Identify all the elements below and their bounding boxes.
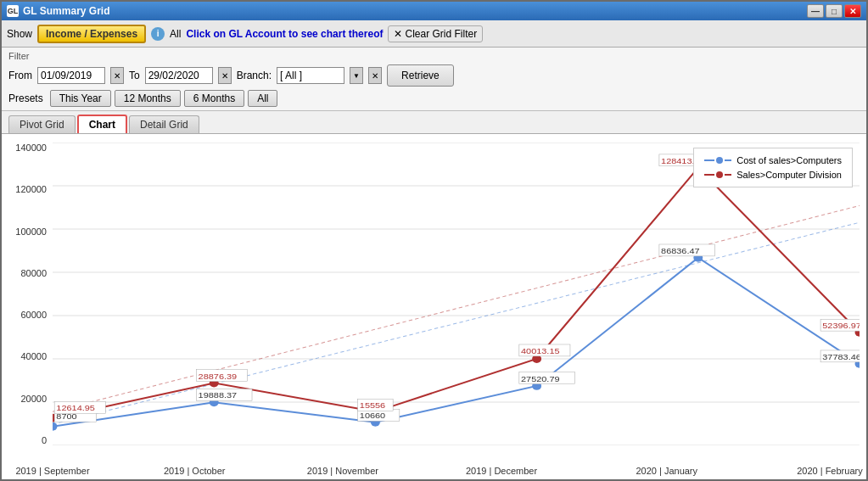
chart-area: 140000 120000 100000 80000 60000 40000 2… [2, 134, 866, 479]
x-label-sep: 2019 | September [10, 466, 95, 476]
info-icon[interactable]: i [151, 27, 165, 41]
show-label: Show [7, 28, 32, 40]
y-label-7: 140000 [3, 143, 50, 153]
branch-dropdown-arrow[interactable]: ▼ [350, 67, 363, 84]
y-axis: 140000 120000 100000 80000 60000 40000 2… [3, 143, 50, 445]
window-title: GL Summary Grid [23, 5, 807, 17]
6-months-button[interactable]: 6 Months [184, 90, 244, 107]
legend-sales-label: Sales>Computer Division [736, 170, 842, 180]
retrieve-button[interactable]: Retrieve [387, 64, 454, 87]
x-axis: 2019 | September 2019 | October 2019 | N… [53, 466, 860, 476]
from-date-clear-button[interactable]: ✕ [110, 67, 124, 84]
title-bar-controls: — □ ✕ [807, 4, 861, 18]
svg-line-9 [53, 205, 860, 411]
x-label-feb: 2020 | February [792, 466, 866, 476]
all-button[interactable]: All [248, 90, 277, 107]
filter-title: Filter [8, 51, 860, 61]
tabs-row: Pivot Grid Chart Detail Grid [2, 111, 866, 134]
click-instruction: Click on GL Account to see chart thereof [186, 28, 383, 40]
title-bar: GL GL Summary Grid — □ ✕ [2, 2, 866, 20]
12-months-button[interactable]: 12 Months [115, 90, 181, 107]
y-label-1: 20000 [3, 394, 50, 404]
x-label-nov: 2019 | November [302, 466, 383, 476]
tab-pivot-grid[interactable]: Pivot Grid [8, 115, 76, 133]
cost-label-oct: 19888.37 [199, 391, 238, 400]
y-label-5: 100000 [3, 227, 50, 237]
to-date-input[interactable]: 29/02/2020 [145, 67, 213, 84]
presets-label: Presets [8, 92, 43, 104]
clear-filter-icon: ✕ [394, 28, 402, 40]
this-year-button[interactable]: This Year [50, 90, 111, 107]
cost-of-sales-line [53, 258, 860, 427]
svg-line-8 [53, 222, 860, 424]
clear-filter-label: Clear Grid Filter [405, 28, 477, 40]
legend-cost-label: Cost of sales>Computers [736, 155, 842, 165]
x-label-oct: 2019 | October [156, 466, 232, 476]
window-icon: GL [7, 5, 19, 17]
filter-row: From 01/09/2019 ✕ To 29/02/2020 ✕ Branch… [8, 64, 860, 87]
legend-item-cost: Cost of sales>Computers [704, 155, 842, 165]
y-label-6: 120000 [3, 184, 50, 194]
chart-svg: 8700 19888.37 10660 27520.79 86836.47 37… [53, 143, 860, 445]
income-expenses-button[interactable]: Income / Expenses [37, 25, 146, 43]
minimize-button[interactable]: — [807, 4, 824, 18]
branch-clear-button[interactable]: ✕ [368, 67, 382, 84]
close-button[interactable]: ✕ [844, 4, 861, 18]
sales-label-dec: 40013.15 [521, 346, 560, 355]
cost-label-feb: 37783.46 [822, 352, 860, 361]
to-date-clear-button[interactable]: ✕ [218, 67, 232, 84]
y-label-0: 0 [3, 435, 50, 445]
tab-detail-grid[interactable]: Detail Grid [129, 115, 199, 133]
to-label: To [129, 70, 140, 81]
sales-label-oct: 28876.39 [199, 372, 238, 380]
sales-label-sep: 12614.95 [56, 404, 95, 412]
legend-item-sales: Sales>Computer Division [704, 170, 842, 180]
cost-label-dec: 27520.79 [521, 374, 560, 383]
tab-chart[interactable]: Chart [77, 115, 127, 133]
sales-label-nov: 15556 [360, 401, 386, 410]
cost-dot-sep [53, 422, 57, 431]
from-date-input[interactable]: 01/09/2019 [37, 67, 105, 84]
branch-select[interactable]: [ All ] [277, 67, 344, 84]
cost-label-nov: 10660 [360, 411, 386, 420]
clear-filter-button[interactable]: ✕ Clear Grid Filter [388, 25, 483, 42]
from-label: From [8, 70, 32, 81]
presets-row: Presets This Year 12 Months 6 Months All [8, 90, 860, 107]
maximize-button[interactable]: □ [826, 4, 843, 18]
cost-label-jan: 86836.47 [661, 246, 700, 254]
all-label: All [170, 28, 181, 40]
sales-label-feb: 52396.97 [822, 322, 860, 330]
y-label-4: 80000 [3, 268, 50, 278]
main-window: GL GL Summary Grid — □ ✕ Show Income / E… [0, 0, 868, 481]
x-label-dec: 2019 | December [462, 466, 542, 476]
filter-section: Filter From 01/09/2019 ✕ To 29/02/2020 ✕… [2, 48, 866, 111]
y-label-2: 40000 [3, 351, 50, 361]
y-label-3: 60000 [3, 310, 50, 320]
x-label-jan: 2020 | January [629, 466, 705, 476]
branch-label: Branch: [237, 70, 272, 81]
legend: Cost of sales>Computers Sales>Computer D… [693, 148, 853, 187]
toolbar: Show Income / Expenses i All Click on GL… [2, 20, 866, 48]
